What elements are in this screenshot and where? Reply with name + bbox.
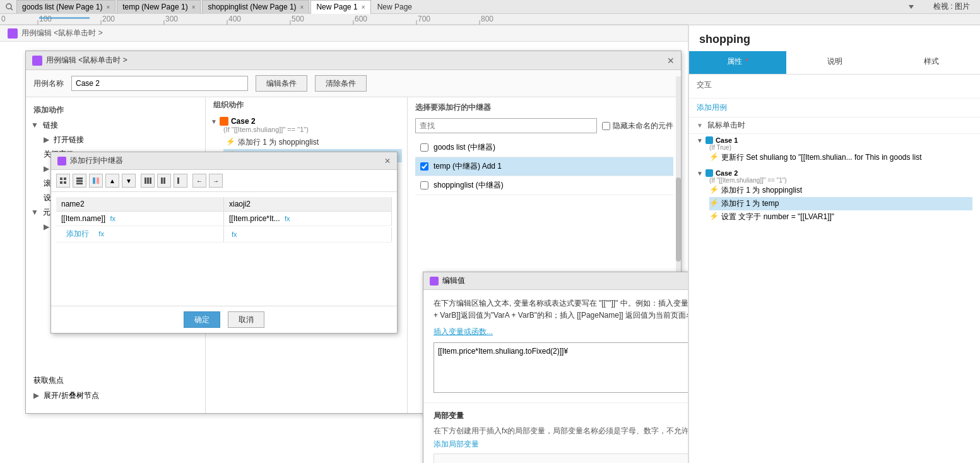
repeater-checkbox-2[interactable] (420, 181, 428, 189)
case-2-actions: ⚡ 添加行 1 为 shoppinglist ⚡ 添加行 1 为 temp ⚡ … (697, 184, 972, 224)
insert-variable-link[interactable]: 插入变量或函数... (434, 327, 493, 336)
tab-new-page-1[interactable]: New Page 1 × (310, 0, 370, 14)
add-row-fx-1[interactable]: fx (232, 231, 237, 238)
dialog-title: 用例编辑 <鼠标单击时 > (46, 55, 127, 66)
case-2-action-0[interactable]: ⚡ 添加行 1 为 shoppinglist (709, 184, 972, 197)
table-data-row-0: [[Item.name]] fx [[Item.price*It... fx (56, 212, 392, 226)
tool-btn-left[interactable] (141, 174, 155, 188)
clear-condition-button[interactable]: 清除条件 (315, 75, 367, 92)
repeater-checkbox-1[interactable] (420, 162, 428, 171)
tree-item-focus[interactable]: 获取焦点 (31, 373, 66, 388)
tool-btn-right-arrow[interactable]: → (209, 174, 223, 188)
tool-btn-right1[interactable] (157, 174, 171, 188)
search-input[interactable] (415, 118, 597, 133)
case-1-header: ▼ Case 1 (697, 136, 972, 144)
sidebar-tab-style[interactable]: 样式 (883, 51, 980, 74)
organize-title: 组织动作 (206, 97, 407, 113)
add-row-cell: 添加行 fx (56, 226, 224, 242)
tab-close-temp[interactable]: × (192, 4, 196, 11)
case-2-action-1[interactable]: ⚡ 添加行 1 为 temp (709, 197, 972, 210)
sub-dialog-toolbar: ▲ ▼ ← → (51, 170, 397, 192)
hide-unnamed-row: 隐藏未命名的元件 (602, 121, 673, 131)
case-1-action-0[interactable]: ⚡ 更新行 Set shuliang to "[[Item.shulian...… (709, 151, 972, 164)
edit-condition-button[interactable]: 编辑条件 (256, 75, 307, 92)
local-var-desc: 在下方创建用于插入fx的局部变量，局部变量名称必须是字母、数字，不允许包含空格。 (434, 425, 688, 436)
case-1-expand: ▼ (697, 137, 703, 144)
table-header: name2 xiaoji2 (56, 197, 392, 212)
tool-btn-up[interactable]: ▲ (105, 174, 119, 188)
edit-textarea[interactable]: [[Item.price*Item.shuliang.toFixed(2)]]¥ (434, 342, 688, 393)
svg-marker-2 (909, 5, 914, 9)
svg-rect-32 (97, 177, 99, 184)
tab-close-shoppinglist[interactable]: × (300, 4, 304, 11)
canvas-breadcrumb: 用例编辑 <鼠标单击时 > (21, 28, 103, 39)
fx-button-0-0[interactable]: fx (110, 215, 115, 222)
sidebar-tab-description[interactable]: 说明 (786, 51, 883, 74)
svg-text:300: 300 (165, 15, 178, 23)
tab-goods-list[interactable]: goods list (New Page 1) × (16, 0, 115, 14)
sidebar-tabs: 属性 * 说明 样式 (689, 51, 980, 75)
sidebar-title: shopping (689, 25, 980, 51)
tool-btn-grid1[interactable] (56, 174, 70, 188)
svg-rect-34 (147, 177, 149, 184)
add-row-cell-1: fx (224, 227, 392, 241)
local-var-title: 局部变量 (434, 411, 688, 421)
sub-dialog-footer: 确定 取消 (51, 306, 397, 333)
tool-btn-grid3[interactable] (89, 174, 103, 188)
fx-button-0-1[interactable]: fx (285, 215, 290, 222)
case-name-label: 用例名称 (33, 78, 64, 89)
search-icon[interactable] (3, 0, 16, 14)
new-tab-button[interactable]: New Page (372, 0, 417, 14)
repeater-item-2[interactable]: shoppinglist (中继器) (415, 176, 673, 195)
sub-dialog-close-button[interactable]: ✕ (384, 157, 391, 165)
tab-dropdown-icon[interactable] (904, 0, 918, 14)
col-header-1: xiaoji2 (224, 197, 392, 211)
tool-btn-down[interactable]: ▼ (122, 174, 136, 188)
action-item-0[interactable]: ⚡ 添加行 1 为 shoppinglist (223, 136, 402, 149)
svg-rect-36 (161, 177, 163, 184)
tool-btn-left-arrow[interactable]: ← (192, 174, 206, 188)
tab-shoppinglist[interactable]: shoppinglist (New Page 1) × (202, 0, 309, 14)
svg-text:800: 800 (481, 15, 493, 23)
lightning-icon-0: ⚡ (226, 137, 235, 146)
hide-unnamed-checkbox[interactable] (602, 122, 610, 130)
svg-rect-27 (64, 181, 66, 184)
event-icon: ▼ (697, 122, 703, 129)
case-2-action-2[interactable]: ⚡ 设置 文字于 number = "[[LVAR1]]" (709, 210, 972, 224)
event-label: 鼠标单击时 (707, 121, 745, 129)
repeater-item-0[interactable]: goods list (中继器) (415, 138, 673, 157)
case-name-input[interactable] (71, 76, 248, 91)
tool-btn-grid2[interactable] (73, 174, 86, 188)
right-sidebar: shopping 属性 * 说明 样式 交互 添加用例 ▼ 鼠标单击时 ▼ (688, 25, 980, 463)
add-local-var-link[interactable]: 添加局部变量 (434, 440, 479, 448)
case-1-name: Case 1 (716, 136, 738, 144)
edit-value-body: 在下方编辑区输入文本, 变量名称或表达式要写在 "[[""]]" 中。例如：插入… (423, 290, 688, 402)
sub-dialog: 添加行到中继器 ✕ ▲ ▼ (50, 152, 398, 334)
repeater-item-1[interactable]: temp (中继器) Add 1 (415, 157, 673, 176)
case-name-label: Case 2 (231, 117, 256, 126)
tree-item-expand-collapse[interactable]: ▶ 展开/折叠树节点 (31, 388, 102, 403)
add-use-case-link[interactable]: 添加用例 (697, 103, 727, 112)
sub-dialog-cancel-button[interactable]: 取消 (228, 311, 264, 328)
sidebar-tab-properties[interactable]: 属性 * (689, 51, 786, 74)
tree-item-open-link[interactable]: ▶ 打开链接 (26, 133, 205, 147)
svg-rect-35 (150, 177, 151, 184)
add-row-fx-0[interactable]: fx (98, 230, 104, 238)
case-expand-icon: ▼ (211, 118, 217, 125)
dialog-close-button[interactable]: ✕ (667, 56, 675, 66)
case-1-condition: (If True) (697, 144, 972, 151)
edit-value-description: 在下方编辑区输入文本, 变量名称或表达式要写在 "[[""]]" 中。例如：插入… (434, 298, 688, 322)
svg-text:700: 700 (418, 15, 430, 23)
add-use-case-row: 添加用例 (689, 99, 980, 117)
tab-close-goods-list[interactable]: × (106, 4, 110, 11)
repeater-checkbox-0[interactable] (420, 143, 428, 152)
tree-item-link[interactable]: ▼ 链接 (26, 118, 205, 133)
sub-dialog-confirm-button[interactable]: 确定 (184, 311, 220, 328)
add-row-link[interactable]: 添加行 (61, 227, 94, 241)
tab-close-new-page-1[interactable]: × (362, 4, 365, 11)
case-2-condition: (If "[[Item.shuliang]]" == "1") (697, 177, 972, 184)
case-2-name: Case 2 (716, 169, 738, 177)
tab-temp[interactable]: temp (New Page 1) × (117, 0, 201, 14)
expand-arrow-open: ▶ (44, 135, 49, 144)
tool-btn-right2[interactable] (174, 174, 187, 188)
